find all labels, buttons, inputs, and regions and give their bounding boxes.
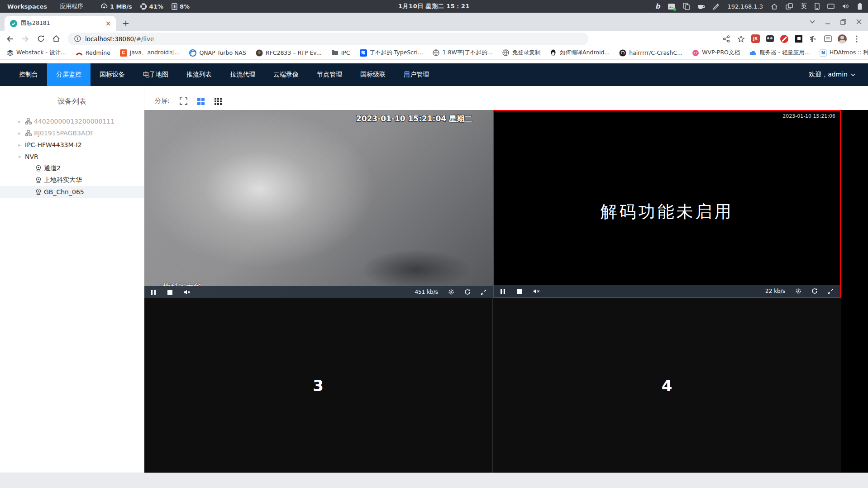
- nav-tab-gb-devices[interactable]: 国标设备: [91, 63, 134, 86]
- video-cell-1[interactable]: 2023-01-10 15:21:04 星期二 上地科实大华 451 kb/s: [144, 110, 493, 298]
- extensions-puzzle-icon[interactable]: [808, 34, 818, 44]
- extension-js-icon[interactable]: JS: [750, 34, 760, 44]
- browser-tab[interactable]: 国标28181 ×: [5, 16, 116, 31]
- bookmark-redmine[interactable]: Redmine: [76, 49, 110, 57]
- extension-onetab-icon[interactable]: [794, 34, 804, 44]
- tree-item-platform-1[interactable]: ▸ 44020000013200000111: [0, 115, 144, 127]
- bookmark-java-android[interactable]: Cjava、android可...: [120, 49, 180, 57]
- split-quad-button[interactable]: [197, 98, 205, 105]
- pause-icon[interactable]: [151, 289, 156, 295]
- display-tray-icon[interactable]: [827, 4, 835, 10]
- profile-avatar[interactable]: [837, 34, 847, 44]
- tab-search-chevron-icon[interactable]: [810, 20, 815, 24]
- tab-close-icon[interactable]: ×: [104, 19, 112, 28]
- stop-icon[interactable]: [167, 290, 172, 295]
- chevron-right-icon[interactable]: ▸: [16, 142, 23, 148]
- bookmark-zhihu-typescript[interactable]: 知了不起的 TypeScri...: [360, 49, 423, 57]
- device-tree: ▸ 44020000013200000111 ▸ 8J01915PAGB3ADF…: [0, 115, 144, 198]
- settings-gear-icon[interactable]: [795, 288, 801, 294]
- address-bar[interactable]: localhost:38080/#/live: [68, 33, 588, 45]
- nav-tab-pull-proxy[interactable]: 拉流代理: [221, 63, 264, 86]
- split-single-button[interactable]: [180, 97, 187, 105]
- tree-item-shangdi-dahua[interactable]: 上地科实大华: [0, 174, 144, 186]
- tree-item-gb-chn-065[interactable]: GB_Chn_065: [0, 186, 144, 198]
- volume-muted-icon[interactable]: [184, 289, 191, 295]
- bookmark-github-crash[interactable]: hairrrrr/C-CrashC...: [619, 49, 682, 57]
- browser-menu-kebab-icon[interactable]: [852, 34, 862, 44]
- bookmark-qnap[interactable]: QNAP Turbo NAS: [189, 49, 246, 57]
- caffeine-tray-icon[interactable]: [697, 3, 705, 10]
- bing-tray-icon[interactable]: b: [655, 2, 660, 10]
- nav-tab-split-monitor[interactable]: 分屏监控: [47, 63, 91, 86]
- bookmark-ipc-folder[interactable]: IPC: [331, 49, 350, 57]
- color-picker-tray-icon[interactable]: [713, 3, 720, 10]
- forward-button[interactable]: [19, 33, 32, 45]
- home-tray-icon[interactable]: [771, 3, 778, 10]
- nav-tab-user-manage[interactable]: 用户管理: [395, 63, 438, 86]
- video2-decode-message: 解码功能未启用: [494, 201, 840, 223]
- nav-tab-console[interactable]: 控制台: [10, 63, 47, 86]
- bookmark-webstack[interactable]: Webstack - 设计...: [6, 49, 66, 57]
- phone-tray-icon[interactable]: [815, 3, 820, 10]
- refresh-icon[interactable]: [464, 289, 471, 295]
- applications-menu[interactable]: 应用程序: [60, 2, 83, 10]
- bookmark-lighthouse-server[interactable]: 服务器 - 轻量应用...: [749, 49, 810, 57]
- tree-item-channel2[interactable]: 通道2: [0, 163, 144, 174]
- split-nine-button[interactable]: [215, 98, 222, 105]
- volume-muted-icon[interactable]: [533, 288, 540, 294]
- clock[interactable]: 1月10日 星期二 15：21: [398, 2, 470, 10]
- bookmark-wvp-docs[interactable]: WVP-PRO文档: [692, 49, 740, 57]
- window-minimize-button[interactable]: [825, 19, 830, 24]
- refresh-icon[interactable]: [811, 288, 818, 294]
- nav-tab-push-list[interactable]: 推流列表: [177, 63, 221, 86]
- volume-tray-icon[interactable]: [842, 3, 849, 10]
- ip-address[interactable]: 192.168.1.3: [727, 3, 763, 10]
- tree-item-ipc[interactable]: ▸ IPC-HFW4433M-I2: [0, 139, 144, 151]
- back-button[interactable]: [4, 33, 16, 45]
- battery-tray-icon[interactable]: [857, 3, 863, 10]
- reading-list-icon[interactable]: [823, 34, 833, 44]
- fullscreen-expand-icon[interactable]: [828, 288, 834, 294]
- clipboard-tray-icon[interactable]: [683, 3, 690, 10]
- video-cell-3[interactable]: 3: [144, 298, 493, 473]
- pause-icon[interactable]: [500, 288, 506, 294]
- user-menu[interactable]: 欢迎，admin: [809, 63, 868, 86]
- bookmark-star-icon[interactable]: [736, 34, 746, 44]
- screenshot-tool-icon[interactable]: [668, 3, 675, 10]
- nav-tab-cloud-record[interactable]: 云端录像: [264, 63, 308, 86]
- share-icon[interactable]: [721, 34, 731, 44]
- bookmark-copy-free[interactable]: 免登录复制: [502, 49, 540, 57]
- stop-icon[interactable]: [517, 289, 522, 294]
- url-host: localhost:38080: [85, 35, 134, 43]
- tab-title: 国标28181: [21, 19, 100, 27]
- settings-gear-icon[interactable]: [448, 289, 454, 295]
- workspaces-button[interactable]: Workspaces: [7, 3, 47, 10]
- nav-tab-gb-cascade[interactable]: 国标级联: [351, 63, 395, 86]
- extension-mask-icon[interactable]: [765, 34, 775, 44]
- bookmark-android-compile[interactable]: 如何编译Android...: [550, 49, 610, 57]
- video-cell-4[interactable]: 4: [493, 298, 841, 473]
- bookmark-rfc2833[interactable]: RFC2833 – RTP Ev...: [256, 49, 322, 57]
- fullscreen-expand-icon[interactable]: [481, 289, 486, 295]
- nav-tab-node-manage[interactable]: 节点管理: [308, 63, 351, 86]
- workspaces-overview-icon[interactable]: [786, 3, 793, 10]
- tree-item-platform-2[interactable]: ▸ 8J01915PAGB3ADF: [0, 127, 144, 139]
- bookmark-hdatmos[interactable]: NHDAtmos :: 种子 *...: [820, 49, 868, 57]
- extension-adblock-icon[interactable]: [779, 34, 789, 44]
- nav-tab-e-map[interactable]: 电子地图: [134, 63, 177, 86]
- video1-bitrate: 451 kb/s: [415, 289, 438, 295]
- tree-item-nvr[interactable]: ▾ NVR: [0, 151, 144, 163]
- input-method-indicator[interactable]: 英: [801, 2, 807, 10]
- bookmark-18w[interactable]: 1.8W字|了不起的...: [433, 49, 493, 57]
- chevron-down-icon[interactable]: ▾: [16, 154, 23, 160]
- video-cell-2-selected[interactable]: 2023-01-10 15:21:06 解码功能未启用 22 kb/s: [493, 110, 841, 298]
- reload-button[interactable]: [34, 33, 47, 45]
- window-restore-button[interactable]: [840, 19, 846, 25]
- url-text[interactable]: localhost:38080/#/live: [85, 35, 154, 43]
- chevron-right-icon[interactable]: ▸: [16, 130, 23, 136]
- chevron-right-icon[interactable]: ▸: [16, 119, 23, 124]
- browser-home-button[interactable]: [50, 33, 62, 45]
- window-close-button[interactable]: [856, 19, 862, 24]
- new-tab-button[interactable]: +: [119, 17, 132, 29]
- site-info-icon[interactable]: [74, 35, 81, 42]
